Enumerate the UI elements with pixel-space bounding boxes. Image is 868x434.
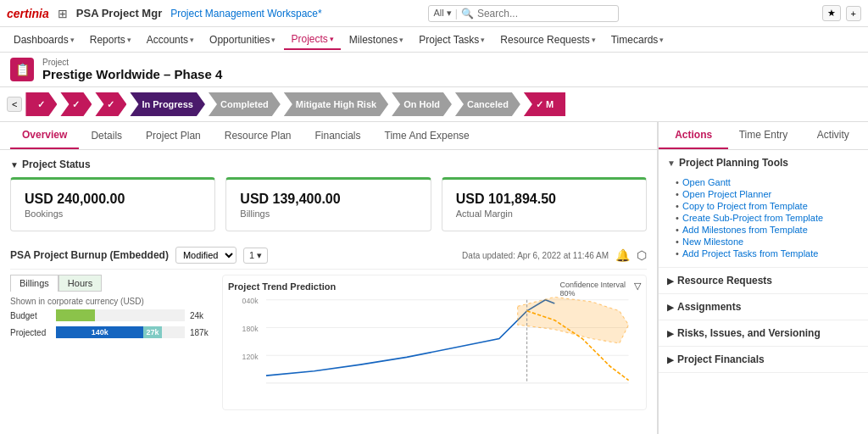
chart-right: Project Trend Prediction Confidence Inte…	[222, 275, 647, 410]
bell-icon[interactable]: 🔔	[615, 248, 630, 262]
stage-pill-completed[interactable]: Completed	[209, 92, 281, 116]
nav-reports[interactable]: Reports ▾	[83, 31, 138, 49]
stage-pill-1[interactable]: ✓	[25, 92, 57, 116]
plus-button[interactable]: +	[846, 6, 861, 21]
stage-pill-inprogress[interactable]: In Progress	[130, 92, 205, 116]
link-sub-project[interactable]: Create Sub-Project from Template	[676, 213, 860, 223]
project-status-header: ▼ Project Status	[10, 159, 647, 170]
tab-project-plan[interactable]: Project Plan	[134, 123, 213, 148]
link-add-milestones[interactable]: Add Milestones from Template	[676, 225, 860, 235]
bar-projected-fill-2: 27k	[143, 326, 161, 338]
nav-resource-requests[interactable]: Resource Requests ▾	[493, 31, 602, 49]
right-tab-activity[interactable]: Activity	[798, 122, 868, 149]
bar-budget-label: Budget	[10, 311, 51, 320]
chart-row: Billings Hours Shown in corporate curren…	[10, 275, 647, 410]
app-title: PSA Project Mgr	[76, 7, 162, 19]
risks-toggle-icon: ▶	[667, 329, 674, 338]
workspace-label[interactable]: Project Management Workspace*	[170, 8, 322, 19]
link-copy-template[interactable]: Copy to Project from Template	[676, 201, 860, 211]
burnup-data-updated: Data updated: Apr 6, 2022 at 11:46 AM	[462, 251, 609, 260]
margin-amount: USD 101,894.50	[456, 192, 632, 207]
project-label: Project	[42, 58, 222, 67]
tab-financials[interactable]: Financials	[303, 123, 372, 148]
trend-chart-svg: 040k 180k 120k	[228, 292, 641, 394]
nav-milestones[interactable]: Milestones ▾	[342, 31, 410, 49]
tab-details[interactable]: Details	[79, 123, 134, 148]
nav-timecards[interactable]: Timecards ▾	[604, 31, 671, 49]
stage-pill-last[interactable]: ✓ M	[524, 92, 565, 116]
stage-prev-button[interactable]: <	[7, 97, 22, 112]
svg-text:180k: 180k	[242, 325, 259, 333]
bookings-label: Bookings	[25, 209, 201, 219]
right-section-risks[interactable]: ▶ Risks, Issues, and Versioning	[659, 320, 868, 347]
assignments-label: Assignments	[677, 301, 741, 313]
star-button[interactable]: ★	[822, 5, 841, 21]
link-add-tasks[interactable]: Add Project Tasks from Template	[676, 248, 860, 259]
tab-bar: Overview Details Project Plan Resource P…	[0, 122, 657, 150]
nav-opportunities[interactable]: Opportunities ▾	[203, 31, 282, 49]
bar-budget-val: 24k	[190, 311, 214, 320]
bar-budget-track	[56, 309, 185, 321]
chart-currency: Shown in corporate currency (USD)	[10, 297, 214, 306]
right-tab-actions[interactable]: Actions	[659, 122, 728, 149]
grid-icon[interactable]: ⊞	[58, 7, 68, 20]
chart-tab-hours[interactable]: Hours	[58, 275, 102, 292]
bar-projected-val: 187k	[190, 328, 214, 337]
chart-expand-icon[interactable]: ▽	[634, 281, 641, 292]
burnup-filter[interactable]: 1 ▾	[243, 248, 268, 264]
financials-toggle-icon: ▶	[667, 355, 674, 364]
burnup-title: PSA Project Burnup (Embedded)	[10, 249, 169, 261]
financials-label: Project Financials	[677, 353, 765, 365]
chart-tab-billings[interactable]: Billings	[10, 275, 58, 292]
planning-tools-items: Open Gantt Open Project Planner Copy to …	[659, 175, 868, 267]
project-name: Prestige Worldwide – Phase 4	[42, 67, 222, 81]
bar-projected: Projected 140k 27k 187k	[10, 326, 214, 338]
tab-overview[interactable]: Overview	[10, 122, 79, 149]
status-toggle[interactable]: ▼	[10, 160, 19, 170]
margin-label: Actual Margin	[456, 209, 632, 219]
bar-budget-fill	[56, 309, 95, 321]
stage-bar: < ✓ ✓ ✓ In Progress Completed Mitigate H…	[0, 87, 868, 122]
tab-time-expense[interactable]: Time And Expense	[373, 123, 481, 148]
stage-pill-mitigate[interactable]: Mitigate High Risk	[284, 92, 388, 116]
right-section-planning: ▼ Project Planning Tools Open Gantt Open…	[659, 150, 868, 268]
link-open-planner[interactable]: Open Project Planner	[676, 189, 860, 199]
confidence-value: 80%	[559, 289, 575, 298]
search-all-dropdown[interactable]: All ▾	[434, 8, 452, 19]
link-new-milestone[interactable]: New Milestone	[676, 236, 860, 247]
project-header: 📋 Project Prestige Worldwide – Phase 4	[0, 53, 868, 87]
card-bookings: USD 240,000.00 Bookings	[10, 177, 215, 231]
chart-left-header: Billings Hours	[10, 275, 214, 292]
right-panel: Actions Time Entry Activity ▼ Project Pl…	[658, 122, 868, 434]
burnup-select[interactable]: Modified	[175, 247, 236, 264]
stage-pill-onhold[interactable]: On Hold	[392, 92, 452, 116]
stage-pill-3[interactable]: ✓	[95, 92, 126, 116]
assignments-toggle-icon: ▶	[667, 303, 674, 312]
right-tabs: Actions Time Entry Activity	[659, 122, 868, 150]
project-icon: 📋	[10, 58, 34, 81]
planning-tools-header[interactable]: ▼ Project Planning Tools	[659, 150, 868, 175]
nav-dashboards[interactable]: Dashboards ▾	[7, 31, 81, 49]
search-icon: 🔍	[461, 8, 474, 19]
right-section-resource-requests[interactable]: ▶ Resource Requests	[659, 268, 868, 294]
left-panel: Overview Details Project Plan Resource P…	[0, 122, 658, 434]
logo: certinia	[7, 7, 49, 20]
stage-pill-2[interactable]: ✓	[60, 92, 92, 116]
stage-pill-canceled[interactable]: Canceled	[455, 92, 520, 116]
search-input[interactable]	[477, 8, 613, 19]
right-section-financials[interactable]: ▶ Project Financials	[659, 347, 868, 373]
nav-accounts[interactable]: Accounts ▾	[140, 31, 201, 49]
risks-label: Risks, Issues, and Versioning	[677, 327, 821, 339]
cards-row: USD 240,000.00 Bookings USD 139,400.00 B…	[10, 177, 647, 231]
nav-project-tasks[interactable]: Project Tasks ▾	[412, 31, 492, 49]
project-status-label: Project Status	[22, 159, 91, 170]
nav-projects[interactable]: Projects ▾	[284, 30, 340, 50]
project-title-block: Project Prestige Worldwide – Phase 4	[42, 58, 222, 81]
right-section-assignments[interactable]: ▶ Assignments	[659, 294, 868, 320]
tab-resource-plan[interactable]: Resource Plan	[213, 123, 303, 148]
confidence-label: Confidence Interval 80%	[559, 281, 626, 298]
share-icon[interactable]: ⬡	[637, 248, 647, 262]
topbar: certinia ⊞ PSA Project Mgr Project Manag…	[0, 0, 868, 27]
right-tab-time-entry[interactable]: Time Entry	[728, 122, 798, 149]
link-open-gantt[interactable]: Open Gantt	[676, 177, 860, 187]
